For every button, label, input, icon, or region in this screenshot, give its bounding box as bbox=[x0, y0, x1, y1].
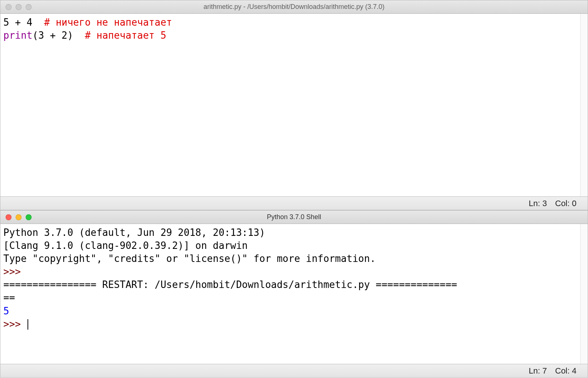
editor-vertical-scrollbar[interactable] bbox=[580, 14, 588, 196]
column-indicator: Col: 4 bbox=[555, 366, 577, 376]
shell-titlebar[interactable]: Python 3.7.0 Shell bbox=[0, 211, 588, 224]
code-builtin: print bbox=[3, 30, 32, 41]
editor-titlebar[interactable]: arithmetic.py - /Users/hombit/Downloads/… bbox=[0, 0, 588, 14]
text-cursor bbox=[28, 319, 28, 330]
minimize-button[interactable] bbox=[16, 4, 22, 10]
shell-banner-line: [Clang 9.1.0 (clang-902.0.39.2)] on darw… bbox=[3, 240, 248, 251]
shell-restart-banner: ================ RESTART: /Users/hombit/… bbox=[3, 279, 457, 290]
shell-vertical-scrollbar[interactable] bbox=[580, 224, 588, 364]
line-indicator: Ln: 7 bbox=[529, 366, 547, 376]
shell-traffic-lights bbox=[0, 214, 32, 220]
editor-code[interactable]: 5 + 4 # ничего не напечатает print(3 + 2… bbox=[0, 14, 588, 44]
code-comment: # ничего не напечатает bbox=[44, 17, 172, 28]
minimize-button[interactable] bbox=[16, 214, 22, 220]
editor-traffic-lights bbox=[0, 4, 32, 10]
maximize-button[interactable] bbox=[26, 214, 32, 220]
editor-statusbar: Ln: 3 Col: 0 bbox=[0, 196, 588, 210]
line-indicator: Ln: 3 bbox=[529, 199, 547, 208]
shell-statusbar: Ln: 7 Col: 4 bbox=[0, 364, 588, 377]
close-button[interactable] bbox=[6, 4, 12, 10]
shell-window: Python 3.7.0 Shell Python 3.7.0 (default… bbox=[0, 210, 588, 378]
shell-prompt: >>> bbox=[3, 318, 27, 330]
shell-window-title: Python 3.7.0 Shell bbox=[0, 213, 588, 221]
shell-banner-line: Type "copyright", "credits" or "license(… bbox=[3, 253, 376, 264]
shell-restart-banner: == bbox=[3, 292, 15, 303]
column-indicator: Col: 0 bbox=[555, 199, 577, 208]
shell-output[interactable]: Python 3.7.0 (default, Jun 29 2018, 20:1… bbox=[0, 224, 588, 333]
editor-content-area[interactable]: 5 + 4 # ничего не напечатает print(3 + 2… bbox=[0, 14, 588, 196]
shell-content-area[interactable]: Python 3.7.0 (default, Jun 29 2018, 20:1… bbox=[0, 224, 588, 364]
code-expression: 5 + 4 bbox=[3, 17, 44, 28]
editor-window: arithmetic.py - /Users/hombit/Downloads/… bbox=[0, 0, 588, 210]
editor-window-title: arithmetic.py - /Users/hombit/Downloads/… bbox=[0, 3, 588, 11]
code-comment: # напечатает 5 bbox=[85, 30, 166, 41]
shell-banner-line: Python 3.7.0 (default, Jun 29 2018, 20:1… bbox=[3, 227, 271, 238]
code-args: (3 + 2) bbox=[32, 30, 85, 41]
shell-program-output: 5 bbox=[3, 305, 9, 317]
close-button[interactable] bbox=[6, 214, 12, 220]
shell-prompt: >>> bbox=[3, 266, 27, 277]
maximize-button[interactable] bbox=[26, 4, 32, 10]
